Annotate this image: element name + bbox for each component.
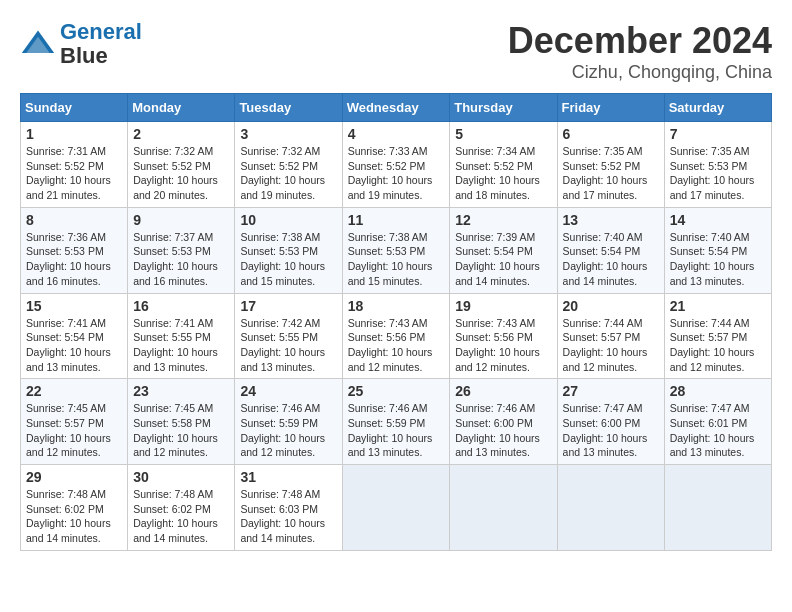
calendar-cell: 26Sunrise: 7:46 AM Sunset: 6:00 PM Dayli…	[450, 379, 557, 465]
day-number: 7	[670, 126, 766, 142]
calendar-cell: 5Sunrise: 7:34 AM Sunset: 5:52 PM Daylig…	[450, 122, 557, 208]
calendar-cell: 27Sunrise: 7:47 AM Sunset: 6:00 PM Dayli…	[557, 379, 664, 465]
day-info: Sunrise: 7:33 AM Sunset: 5:52 PM Dayligh…	[348, 144, 445, 203]
day-info: Sunrise: 7:46 AM Sunset: 5:59 PM Dayligh…	[348, 401, 445, 460]
day-number: 23	[133, 383, 229, 399]
weekday-header-friday: Friday	[557, 94, 664, 122]
day-number: 10	[240, 212, 336, 228]
calendar-cell	[557, 465, 664, 551]
day-number: 29	[26, 469, 122, 485]
day-info: Sunrise: 7:48 AM Sunset: 6:02 PM Dayligh…	[133, 487, 229, 546]
day-info: Sunrise: 7:41 AM Sunset: 5:55 PM Dayligh…	[133, 316, 229, 375]
day-info: Sunrise: 7:46 AM Sunset: 5:59 PM Dayligh…	[240, 401, 336, 460]
day-info: Sunrise: 7:47 AM Sunset: 6:00 PM Dayligh…	[563, 401, 659, 460]
calendar-cell	[450, 465, 557, 551]
calendar-cell: 21Sunrise: 7:44 AM Sunset: 5:57 PM Dayli…	[664, 293, 771, 379]
calendar-cell: 22Sunrise: 7:45 AM Sunset: 5:57 PM Dayli…	[21, 379, 128, 465]
location-title: Cizhu, Chongqing, China	[508, 62, 772, 83]
day-number: 31	[240, 469, 336, 485]
day-number: 25	[348, 383, 445, 399]
day-info: Sunrise: 7:31 AM Sunset: 5:52 PM Dayligh…	[26, 144, 122, 203]
day-number: 14	[670, 212, 766, 228]
day-info: Sunrise: 7:44 AM Sunset: 5:57 PM Dayligh…	[563, 316, 659, 375]
calendar-cell: 8Sunrise: 7:36 AM Sunset: 5:53 PM Daylig…	[21, 207, 128, 293]
calendar-cell: 17Sunrise: 7:42 AM Sunset: 5:55 PM Dayli…	[235, 293, 342, 379]
day-number: 4	[348, 126, 445, 142]
calendar-table: SundayMondayTuesdayWednesdayThursdayFrid…	[20, 93, 772, 551]
title-block: December 2024 Cizhu, Chongqing, China	[508, 20, 772, 83]
day-number: 5	[455, 126, 551, 142]
day-info: Sunrise: 7:41 AM Sunset: 5:54 PM Dayligh…	[26, 316, 122, 375]
calendar-cell: 6Sunrise: 7:35 AM Sunset: 5:52 PM Daylig…	[557, 122, 664, 208]
weekday-header-monday: Monday	[128, 94, 235, 122]
day-info: Sunrise: 7:42 AM Sunset: 5:55 PM Dayligh…	[240, 316, 336, 375]
day-number: 17	[240, 298, 336, 314]
day-info: Sunrise: 7:46 AM Sunset: 6:00 PM Dayligh…	[455, 401, 551, 460]
day-number: 11	[348, 212, 445, 228]
day-number: 20	[563, 298, 659, 314]
day-info: Sunrise: 7:32 AM Sunset: 5:52 PM Dayligh…	[133, 144, 229, 203]
calendar-cell: 30Sunrise: 7:48 AM Sunset: 6:02 PM Dayli…	[128, 465, 235, 551]
calendar-cell: 23Sunrise: 7:45 AM Sunset: 5:58 PM Dayli…	[128, 379, 235, 465]
day-info: Sunrise: 7:36 AM Sunset: 5:53 PM Dayligh…	[26, 230, 122, 289]
day-number: 18	[348, 298, 445, 314]
day-number: 28	[670, 383, 766, 399]
day-info: Sunrise: 7:40 AM Sunset: 5:54 PM Dayligh…	[563, 230, 659, 289]
calendar-cell: 15Sunrise: 7:41 AM Sunset: 5:54 PM Dayli…	[21, 293, 128, 379]
day-info: Sunrise: 7:43 AM Sunset: 5:56 PM Dayligh…	[455, 316, 551, 375]
calendar-cell: 4Sunrise: 7:33 AM Sunset: 5:52 PM Daylig…	[342, 122, 450, 208]
day-info: Sunrise: 7:35 AM Sunset: 5:52 PM Dayligh…	[563, 144, 659, 203]
day-number: 16	[133, 298, 229, 314]
day-number: 6	[563, 126, 659, 142]
calendar-cell: 13Sunrise: 7:40 AM Sunset: 5:54 PM Dayli…	[557, 207, 664, 293]
logo-icon	[20, 26, 56, 62]
day-number: 8	[26, 212, 122, 228]
day-number: 2	[133, 126, 229, 142]
day-number: 15	[26, 298, 122, 314]
calendar-cell: 12Sunrise: 7:39 AM Sunset: 5:54 PM Dayli…	[450, 207, 557, 293]
month-title: December 2024	[508, 20, 772, 62]
calendar-cell: 9Sunrise: 7:37 AM Sunset: 5:53 PM Daylig…	[128, 207, 235, 293]
day-info: Sunrise: 7:47 AM Sunset: 6:01 PM Dayligh…	[670, 401, 766, 460]
day-number: 30	[133, 469, 229, 485]
day-info: Sunrise: 7:48 AM Sunset: 6:02 PM Dayligh…	[26, 487, 122, 546]
calendar-cell: 1Sunrise: 7:31 AM Sunset: 5:52 PM Daylig…	[21, 122, 128, 208]
weekday-header-wednesday: Wednesday	[342, 94, 450, 122]
day-info: Sunrise: 7:44 AM Sunset: 5:57 PM Dayligh…	[670, 316, 766, 375]
day-info: Sunrise: 7:48 AM Sunset: 6:03 PM Dayligh…	[240, 487, 336, 546]
day-number: 19	[455, 298, 551, 314]
day-info: Sunrise: 7:37 AM Sunset: 5:53 PM Dayligh…	[133, 230, 229, 289]
calendar-cell: 24Sunrise: 7:46 AM Sunset: 5:59 PM Dayli…	[235, 379, 342, 465]
calendar-cell: 11Sunrise: 7:38 AM Sunset: 5:53 PM Dayli…	[342, 207, 450, 293]
calendar-cell: 7Sunrise: 7:35 AM Sunset: 5:53 PM Daylig…	[664, 122, 771, 208]
calendar-cell: 31Sunrise: 7:48 AM Sunset: 6:03 PM Dayli…	[235, 465, 342, 551]
calendar-cell: 19Sunrise: 7:43 AM Sunset: 5:56 PM Dayli…	[450, 293, 557, 379]
day-number: 9	[133, 212, 229, 228]
calendar-cell: 10Sunrise: 7:38 AM Sunset: 5:53 PM Dayli…	[235, 207, 342, 293]
day-number: 27	[563, 383, 659, 399]
weekday-header-thursday: Thursday	[450, 94, 557, 122]
day-info: Sunrise: 7:43 AM Sunset: 5:56 PM Dayligh…	[348, 316, 445, 375]
calendar-cell	[664, 465, 771, 551]
calendar-cell: 29Sunrise: 7:48 AM Sunset: 6:02 PM Dayli…	[21, 465, 128, 551]
day-number: 1	[26, 126, 122, 142]
weekday-header-sunday: Sunday	[21, 94, 128, 122]
day-info: Sunrise: 7:34 AM Sunset: 5:52 PM Dayligh…	[455, 144, 551, 203]
day-number: 24	[240, 383, 336, 399]
day-info: Sunrise: 7:39 AM Sunset: 5:54 PM Dayligh…	[455, 230, 551, 289]
day-info: Sunrise: 7:45 AM Sunset: 5:57 PM Dayligh…	[26, 401, 122, 460]
day-info: Sunrise: 7:32 AM Sunset: 5:52 PM Dayligh…	[240, 144, 336, 203]
day-info: Sunrise: 7:35 AM Sunset: 5:53 PM Dayligh…	[670, 144, 766, 203]
day-number: 13	[563, 212, 659, 228]
logo-text: General Blue	[60, 20, 142, 68]
day-number: 26	[455, 383, 551, 399]
day-number: 21	[670, 298, 766, 314]
day-info: Sunrise: 7:38 AM Sunset: 5:53 PM Dayligh…	[348, 230, 445, 289]
day-number: 12	[455, 212, 551, 228]
calendar-cell: 16Sunrise: 7:41 AM Sunset: 5:55 PM Dayli…	[128, 293, 235, 379]
day-info: Sunrise: 7:40 AM Sunset: 5:54 PM Dayligh…	[670, 230, 766, 289]
calendar-cell: 3Sunrise: 7:32 AM Sunset: 5:52 PM Daylig…	[235, 122, 342, 208]
calendar-cell: 14Sunrise: 7:40 AM Sunset: 5:54 PM Dayli…	[664, 207, 771, 293]
day-number: 3	[240, 126, 336, 142]
day-info: Sunrise: 7:38 AM Sunset: 5:53 PM Dayligh…	[240, 230, 336, 289]
